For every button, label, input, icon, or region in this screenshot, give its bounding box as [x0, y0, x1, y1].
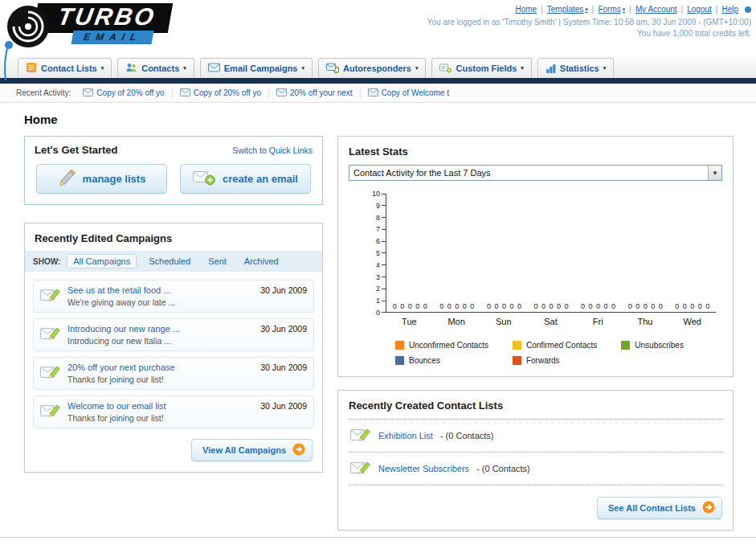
contact-list-link[interactable]: Exhibition List [378, 431, 433, 440]
recent-activity-text: Copy of 20% off yo [194, 88, 261, 97]
app-logo[interactable]: TURBO EMAIL [6, 3, 170, 44]
get-started-panel: Let's Get Started Switch to Quick Links … [24, 136, 323, 205]
filter-tab-all-campaigns[interactable]: All Campaigns [67, 254, 137, 268]
filter-tab-archived[interactable]: Archived [239, 255, 284, 268]
nav-tab-label: Contact Lists [41, 64, 97, 73]
campaign-list-item[interactable]: Introducing our new range ... Introducin… [33, 318, 314, 351]
legend-item: Confirmed Contacts [513, 341, 597, 350]
envelope-icon [180, 88, 190, 98]
top-link-my-account[interactable]: My Account [635, 5, 677, 14]
stats-select-value: Contact Activity for the Last 7 Days [349, 168, 491, 178]
campaign-list-item[interactable]: 20% off your next purchase Thanks for jo… [33, 357, 314, 390]
top-link-forms-label: Forms [598, 5, 620, 14]
campaign-title-link[interactable]: 20% off your next purchase [67, 363, 254, 372]
campaign-edit-icon [40, 326, 61, 346]
recent-activity-text: Copy of Welcome t [382, 88, 449, 97]
envelope-plus-icon [193, 170, 215, 188]
logo-subtitle: EMAIL [72, 31, 154, 44]
nav-tab-custom-fields[interactable]: Custom Fields ▾ [431, 58, 531, 78]
contact-activity-chart: 109876543210 0 0 0 0 00 0 0 0 00 0 0 0 0… [368, 194, 716, 365]
stats-period-select[interactable]: Contact Activity for the Last 7 Days ▼ [349, 165, 722, 181]
legend-item: Bounces [395, 356, 488, 365]
nav-tab-email-campaigns[interactable]: Email Campaigns ▾ [200, 58, 313, 78]
top-link-logout[interactable]: Logout [687, 5, 712, 14]
contact-list-link[interactable]: Newsletter Subscribers [378, 464, 469, 473]
campaign-date: 30 Jun 2009 [260, 401, 307, 423]
legend-item: Unsubscribes [621, 341, 684, 350]
campaign-text: Introducing our new range ... Introducin… [67, 324, 254, 346]
nav-tab-label: Custom Fields [456, 64, 517, 73]
manage-lists-button[interactable]: manage lists [36, 164, 167, 194]
separator: | [716, 5, 718, 14]
nav-tab-label: Contacts [141, 64, 179, 73]
chart-y-axis: 109876543210 [368, 194, 386, 313]
autoresponders-icon [326, 63, 339, 75]
contact-list-count: - (0 Contacts) [476, 464, 530, 473]
campaign-subtitle: We're giving away our late ... [67, 297, 254, 307]
latest-stats-title: Latest Stats [349, 145, 722, 158]
campaign-subtitle: Thanks for joining our list! [67, 375, 254, 384]
campaign-text: 20% off your next purchase Thanks for jo… [67, 363, 254, 384]
contact-list-row: Newsletter Subscribers - (0 Contacts) [349, 453, 722, 485]
recent-contact-lists-panel: Recently Created Contact Lists Exhibitio… [337, 390, 734, 531]
top-link-forms[interactable]: Forms ▾ [598, 5, 625, 14]
switch-quick-links[interactable]: Switch to Quick Links [232, 145, 313, 155]
chart-legend: Unconfirmed ContactsConfirmed ContactsUn… [395, 341, 684, 365]
campaign-title-link[interactable]: Welcome to our email list [67, 401, 254, 411]
top-link-templates-label: Templates [547, 5, 584, 14]
recent-activity-bar: Recent Activity: Copy of 20% off yo Copy… [0, 84, 756, 103]
campaign-title-link[interactable]: See us at the retail food ... [67, 285, 254, 295]
chevron-down-icon: ▾ [101, 65, 104, 72]
recent-activity-text: Copy of 20% off yo [96, 88, 164, 97]
chart-x-labels: TueMonSunSatFriThuWed [386, 313, 716, 326]
filter-tab-scheduled[interactable]: Scheduled [143, 255, 196, 268]
nav-tab-contact-lists[interactable]: Contact Lists ▾ [18, 58, 112, 78]
legend-swatch [395, 356, 404, 365]
chart-x-tick-label: Sat [527, 313, 574, 326]
recent-activity-item[interactable]: Copy of Welcome t [360, 88, 456, 99]
view-all-campaigns-button[interactable]: View All Campaigns [191, 439, 313, 461]
see-all-contact-lists-button[interactable]: See All Contact Lists [597, 497, 722, 519]
legend-swatch [621, 341, 630, 350]
contact-list-count: - (0 Contacts) [440, 431, 494, 440]
top-link-templates[interactable]: Templates ▾ [547, 5, 588, 14]
separator: | [592, 5, 595, 14]
campaign-list-item[interactable]: Welcome to our email list Thanks for joi… [33, 395, 314, 428]
nav-tab-autoresponders[interactable]: Autoresponders ▾ [318, 58, 426, 78]
left-column: Let's Get Started Switch to Quick Links … [24, 136, 323, 473]
campaign-list-item[interactable]: See us at the retail food ... We're givi… [33, 280, 314, 313]
main-content: Home Let's Get Started Switch to Quick L… [0, 103, 756, 531]
contact-list-row: Exhibition List - (0 Contacts) [349, 420, 722, 453]
filter-tab-sent[interactable]: Sent [202, 255, 232, 268]
chevron-down-icon: ▾ [623, 6, 626, 13]
chart-bar-group: 0 0 0 0 0 [668, 194, 716, 312]
create-email-button[interactable]: create an email [180, 164, 311, 194]
top-link-home[interactable]: Home [515, 5, 537, 14]
chart-bar-group: 0 0 0 0 0 [528, 194, 575, 312]
nav-tab-statistics[interactable]: Statistics ▾ [537, 58, 614, 78]
recent-campaigns-title: Recently Edited Campaigns [25, 223, 322, 251]
recent-activity-item[interactable]: Copy of 20% off yo [172, 88, 268, 99]
contacts-icon [125, 62, 137, 75]
manage-lists-label: manage lists [83, 173, 146, 185]
get-started-title: Let's Get Started [35, 144, 118, 156]
chart-bar-group: 0 0 0 0 0 [622, 194, 669, 312]
custom-fields-icon [439, 63, 452, 75]
chevron-down-icon: ▾ [521, 65, 524, 72]
recent-activity-item[interactable]: Copy of 20% off yo [76, 88, 171, 99]
nav-tab-label: Autoresponders [343, 64, 411, 73]
nav-tab-contacts[interactable]: Contacts ▾ [117, 58, 194, 78]
app-page: TURBO EMAIL Home | Templates ▾ | Forms ▾ [0, 0, 756, 549]
footer-divider [0, 537, 756, 549]
top-link-help[interactable]: Help [721, 5, 738, 14]
campaign-title-link[interactable]: Introducing our new range ... [67, 324, 254, 334]
chevron-down-icon: ▾ [183, 65, 186, 72]
recent-activity-item[interactable]: 20% off your next [268, 88, 360, 99]
separator: | [629, 5, 631, 14]
logo-title: TURBO [55, 3, 157, 30]
right-column: Latest Stats Contact Activity for the La… [337, 136, 734, 531]
campaign-date: 30 Jun 2009 [260, 324, 307, 346]
credits-info: You have 1,000 total credits left. [427, 29, 751, 38]
login-info: You are logged in as 'Timothy Smith' | S… [427, 18, 751, 27]
recent-activity-text: 20% off your next [290, 88, 353, 97]
